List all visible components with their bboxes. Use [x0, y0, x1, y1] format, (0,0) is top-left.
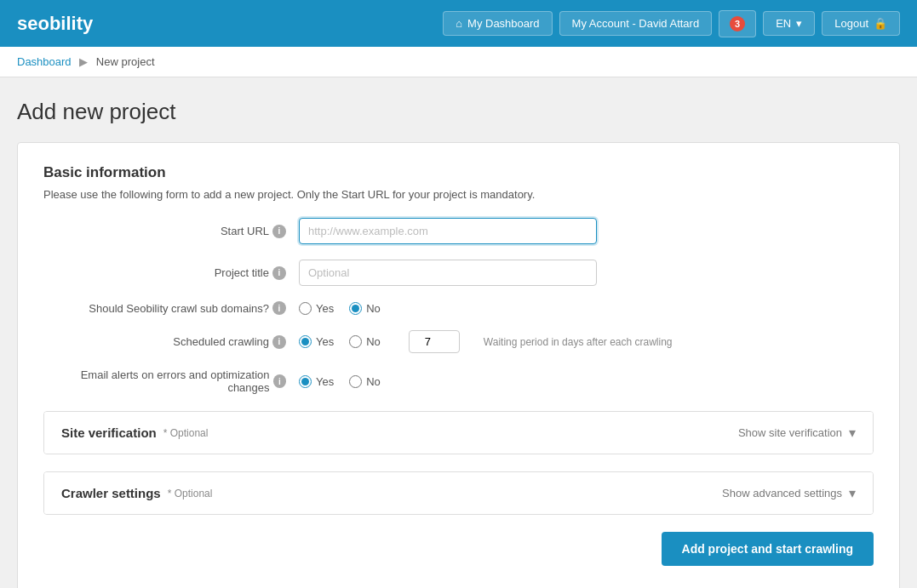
email-yes-label[interactable]: Yes: [299, 375, 334, 388]
header: seobility ⌂ My Dashboard My Account - Da…: [0, 0, 917, 47]
language-button[interactable]: EN ▾: [763, 11, 815, 36]
crawler-settings-header[interactable]: Crawler settings * Optional Show advance…: [44, 472, 873, 514]
project-title-label: Project title i: [43, 266, 299, 280]
email-yes-radio[interactable]: [299, 375, 312, 388]
dashboard-button[interactable]: ⌂ My Dashboard: [443, 11, 552, 36]
site-verification-section: Site verification * Optional Show site v…: [43, 411, 874, 454]
email-alerts-radio-group: Yes No: [299, 375, 381, 388]
chevron-down-icon: ▾: [796, 17, 802, 30]
crawler-settings-title: Crawler settings * Optional: [61, 486, 212, 500]
site-verification-toggle[interactable]: Show site verification ▾: [738, 425, 856, 441]
email-no-label[interactable]: No: [349, 375, 381, 388]
basic-info-card: Basic information Please use the followi…: [17, 142, 900, 588]
subdomain-info-icon[interactable]: i: [272, 301, 286, 315]
account-button[interactable]: My Account - David Attard: [559, 11, 713, 36]
crawler-settings-optional: * Optional: [168, 488, 213, 500]
breadcrumb-separator: ▶: [79, 55, 88, 68]
logo: seobility: [17, 13, 93, 35]
project-title-info-icon[interactable]: i: [272, 266, 286, 280]
scheduled-yes-label[interactable]: Yes: [299, 335, 334, 348]
scheduled-label: Scheduled crawling i: [43, 335, 299, 349]
lock-icon: 🔒: [874, 17, 887, 30]
main-content: Add new project Basic information Please…: [0, 77, 917, 588]
notifications-button[interactable]: 3: [719, 10, 756, 37]
start-url-label: Start URL i: [43, 225, 299, 238]
breadcrumb-dashboard-link[interactable]: Dashboard: [17, 55, 72, 68]
crawler-settings-section: Crawler settings * Optional Show advance…: [43, 471, 874, 515]
scheduled-days-input[interactable]: [409, 330, 460, 353]
email-alerts-label: Email alerts on errors and optimization …: [43, 368, 299, 394]
start-url-row: Start URL i: [43, 218, 874, 244]
project-title-row: Project title i: [43, 260, 874, 286]
start-url-control: [299, 218, 597, 244]
breadcrumb: Dashboard ▶ New project: [0, 47, 917, 77]
site-verification-chevron-icon: ▾: [849, 425, 856, 441]
scheduled-hint: Waiting period in days after each crawli…: [484, 336, 673, 348]
home-icon: ⌂: [456, 17, 462, 30]
subdomain-no-radio[interactable]: [349, 302, 362, 315]
subdomain-yes-label[interactable]: Yes: [299, 302, 334, 315]
card-description: Please use the following form to add a n…: [43, 188, 874, 201]
scheduled-yes-radio[interactable]: [299, 335, 312, 348]
email-no-radio[interactable]: [349, 375, 362, 388]
email-alerts-row: Email alerts on errors and optimization …: [43, 368, 874, 394]
site-verification-title: Site verification * Optional: [61, 425, 208, 440]
subdomain-no-label[interactable]: No: [349, 302, 381, 315]
scheduled-no-label[interactable]: No: [349, 335, 381, 348]
scheduled-no-radio[interactable]: [349, 335, 362, 348]
header-nav: ⌂ My Dashboard My Account - David Attard…: [443, 10, 900, 37]
card-title: Basic information: [43, 164, 874, 181]
scheduled-info-icon[interactable]: i: [272, 335, 286, 349]
crawler-settings-chevron-icon: ▾: [849, 485, 856, 501]
add-project-button[interactable]: Add project and start crawling: [662, 532, 874, 566]
scheduled-row: Scheduled crawling i Yes No Waiting peri…: [43, 330, 874, 353]
email-alerts-info-icon[interactable]: i: [273, 374, 286, 388]
breadcrumb-current: New project: [96, 55, 155, 68]
scheduled-radio-group: Yes No Waiting period in days after each…: [299, 330, 673, 353]
subdomain-yes-radio[interactable]: [299, 302, 312, 315]
submit-area: Add project and start crawling: [43, 515, 874, 570]
notification-badge: 3: [730, 16, 745, 31]
subdomain-radio-group: Yes No: [299, 302, 381, 315]
project-title-control: [299, 260, 597, 286]
page-title: Add new project: [17, 99, 900, 125]
subdomain-row: Should Seobility crawl sub domains? i Ye…: [43, 301, 874, 315]
project-title-input[interactable]: [299, 260, 597, 286]
site-verification-optional: * Optional: [163, 427, 209, 439]
start-url-input[interactable]: [299, 218, 597, 244]
crawler-settings-toggle[interactable]: Show advanced settings ▾: [722, 485, 856, 501]
start-url-info-icon[interactable]: i: [272, 225, 286, 238]
subdomain-label: Should Seobility crawl sub domains? i: [43, 301, 299, 315]
logout-button[interactable]: Logout 🔒: [822, 11, 900, 36]
site-verification-header[interactable]: Site verification * Optional Show site v…: [44, 412, 873, 454]
